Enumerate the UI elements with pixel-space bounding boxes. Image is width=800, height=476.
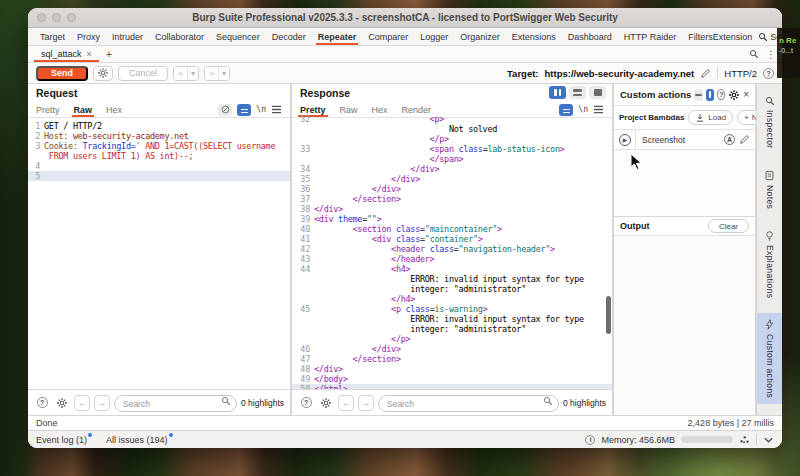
sidebar-tab-explanations[interactable]: Explanations [757, 224, 782, 304]
cancel-button[interactable]: Cancel [118, 66, 168, 81]
editor-menu-icon[interactable] [593, 105, 604, 114]
all-issues-button[interactable]: All issues (194) [106, 435, 173, 445]
code-line[interactable]: 3Cookie: TrackingId=' AND 1=CAST((SELECT… [28, 141, 290, 151]
code-line[interactable]: </h4> [292, 294, 612, 304]
code-line[interactable]: 35 </div> [292, 174, 612, 184]
send-settings-button[interactable] [93, 66, 113, 81]
add-tab-button[interactable]: + [99, 46, 119, 62]
search-prev-button[interactable]: ← [74, 395, 90, 411]
request-tab-raw[interactable]: Raw [74, 102, 93, 117]
menu-item-logger[interactable]: Logger [414, 28, 454, 45]
layout-columns-button[interactable] [549, 86, 566, 99]
code-line[interactable]: ERROR: invalid input syntax for type [292, 314, 612, 324]
chevron-down-icon[interactable]: ▾ [219, 67, 229, 80]
event-log-button[interactable]: Event log (1) [36, 435, 92, 445]
memory-graph-icon[interactable] [739, 434, 750, 445]
chevron-down-icon[interactable] [763, 436, 774, 444]
clear-output-button[interactable]: Clear [708, 219, 749, 233]
code-line[interactable]: integer: "administrator" [292, 284, 612, 294]
code-line[interactable]: 34 </div> [292, 164, 612, 174]
search-next-button[interactable]: → [358, 395, 374, 411]
tab-menu-kebab-icon[interactable]: ⋮ [766, 49, 776, 60]
search-settings-icon[interactable] [54, 395, 70, 411]
code-line[interactable]: 41 <div class="container"> [292, 234, 612, 244]
code-line[interactable]: </p> [292, 134, 612, 144]
code-line[interactable]: </span> [292, 154, 612, 164]
code-line[interactable]: FROM users LIMIT 1) AS int)--; [28, 151, 290, 161]
menu-item-intruder[interactable]: Intruder [106, 28, 149, 45]
auto-run-icon[interactable]: A [724, 134, 735, 145]
nonprintable-off-icon[interactable] [218, 104, 232, 116]
code-line[interactable]: 42 <header class="navigation-header"> [292, 244, 612, 254]
response-scrollbar-thumb[interactable] [606, 296, 611, 335]
sidebar-tab-custom-actions[interactable]: Custom actions [757, 313, 782, 404]
code-line[interactable]: 44 <h4> [292, 264, 612, 274]
request-tab-hex[interactable]: Hex [106, 102, 122, 117]
close-panel-icon[interactable]: × [743, 89, 749, 100]
menu-item-sequencer[interactable]: Sequencer [210, 28, 266, 45]
request-editor[interactable]: 1GET / HTTP/22Host: web-security-academy… [28, 118, 290, 389]
code-line[interactable]: 47 </section> [292, 354, 612, 364]
chevron-down-icon[interactable]: ▾ [188, 67, 198, 80]
panel-collapse-icon[interactable] [694, 89, 703, 101]
code-line[interactable]: 37 </section> [292, 194, 612, 204]
sidebar-tab-inspector[interactable]: Inspector [757, 90, 782, 155]
menu-item-target[interactable]: Target [34, 28, 71, 45]
code-line[interactable]: 39<div theme=""> [292, 214, 612, 224]
code-line[interactable]: </p> [292, 334, 612, 344]
search-settings-icon[interactable] [318, 395, 334, 411]
code-line[interactable]: 49</body> [292, 374, 612, 384]
search-next-button[interactable]: → [94, 395, 110, 411]
history-forward-button[interactable]: > ▾ [204, 66, 230, 81]
code-line[interactable]: 4 [28, 161, 290, 171]
tab-search-icon[interactable] [749, 49, 759, 59]
menu-item-comparer[interactable]: Comparer [362, 28, 414, 45]
run-action-button[interactable]: ▶ [614, 130, 636, 149]
code-line[interactable]: 33 <span class=lab-status-icon> [292, 144, 612, 154]
layout-rows-button[interactable] [569, 86, 586, 99]
code-line[interactable]: 38</div> [292, 204, 612, 214]
close-tab-icon[interactable]: × [87, 49, 92, 59]
newline-toggle-icon[interactable]: \n [578, 105, 588, 114]
panel-expand-icon[interactable] [706, 89, 715, 101]
code-line[interactable]: Not solved [292, 124, 612, 134]
send-button[interactable]: Send [36, 66, 88, 81]
search-prev-button[interactable]: ← [338, 395, 354, 411]
code-line[interactable]: 46 </div> [292, 344, 612, 354]
newline-toggle-icon[interactable]: \n [256, 105, 266, 114]
menu-item-collaborator[interactable]: Collaborator [149, 28, 210, 45]
menu-item-organizer[interactable]: Organizer [454, 28, 506, 45]
code-line[interactable]: ERROR: invalid input syntax for type [292, 274, 612, 284]
history-back-button[interactable]: < ▾ [173, 66, 199, 81]
help-icon[interactable]: ? [717, 89, 725, 100]
search-help-icon[interactable]: ? [34, 395, 50, 411]
code-line[interactable]: 1GET / HTTP/2 [28, 121, 290, 131]
edit-target-icon[interactable] [700, 68, 711, 79]
code-line[interactable]: 50</html> [292, 384, 612, 389]
code-line[interactable]: 32 <p> [292, 114, 612, 124]
layout-single-button[interactable] [589, 86, 606, 99]
gear-icon[interactable] [728, 89, 740, 101]
syntax-highlight-icon[interactable] [237, 104, 251, 116]
menu-item-extensions[interactable]: Extensions [506, 28, 562, 45]
search-help-icon[interactable]: ? [298, 395, 314, 411]
menu-item-proxy[interactable]: Proxy [71, 28, 106, 45]
code-line[interactable]: 45 <p class=is-warning> [292, 304, 612, 314]
response-search-input[interactable] [378, 395, 559, 412]
edit-action-icon[interactable] [739, 134, 750, 145]
menu-item-http-raider[interactable]: HTTP Raider [618, 28, 682, 45]
response-editor[interactable]: 32 <p> Not solved </p>33 <span class=lab… [292, 114, 612, 389]
action-row-screenshot[interactable]: ▶ Screenshot A [614, 130, 755, 150]
menu-item-filtersextension[interactable]: FiltersExtension [682, 28, 758, 45]
code-line[interactable]: integer: "administrator" [292, 324, 612, 334]
request-search-input[interactable] [114, 395, 237, 412]
request-tab-pretty[interactable]: Pretty [36, 102, 60, 117]
load-button[interactable]: Load [688, 110, 733, 125]
title-bar[interactable]: Burp Suite Professional v2025.3.3 - scre… [28, 8, 782, 28]
repeater-tab-sql-attack[interactable]: sql_attack × [34, 46, 99, 62]
code-line[interactable]: 2Host: web-security-academy.net [28, 131, 290, 141]
menu-item-repeater[interactable]: Repeater [312, 28, 363, 45]
code-line[interactable]: 48</div> [292, 364, 612, 374]
menu-item-dashboard[interactable]: Dashboard [562, 28, 618, 45]
editor-menu-icon[interactable] [271, 105, 282, 114]
